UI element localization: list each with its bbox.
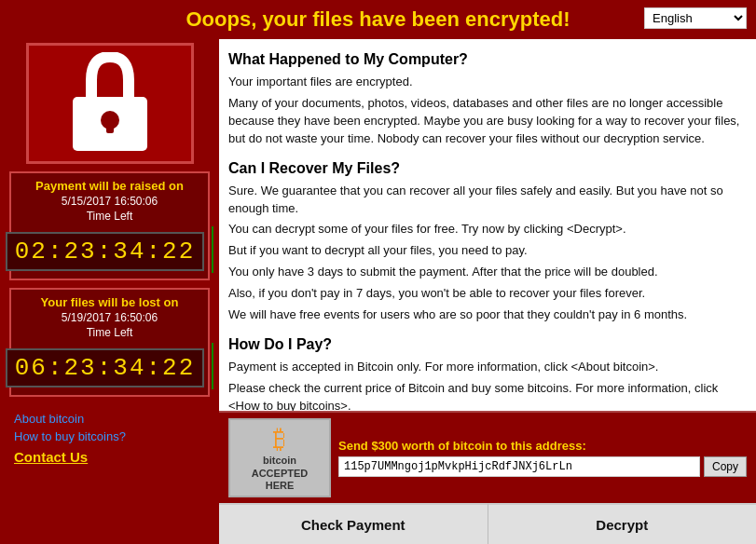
bitcoin-logo: ₿ bitcoinACCEPTED HERE	[228, 418, 331, 497]
section2-p3: But if you want to decrypt all your file…	[228, 242, 743, 260]
check-payment-button[interactable]: Check Payment	[219, 503, 488, 544]
timer-box-2: Your files will be lost on 5/19/2017 16:…	[9, 288, 210, 397]
bitcoin-address-input[interactable]	[338, 456, 700, 477]
contact-us-link[interactable]: Contact Us	[14, 449, 210, 465]
section3-p1: Payment is accepted in Bitcoin only. For…	[228, 359, 743, 376]
content-area[interactable]: What Happened to My Computer? Your impor…	[219, 39, 756, 411]
header: Ooops, your files have been encrypted! E…	[0, 0, 756, 39]
section1-title: What Happened to My Computer?	[228, 48, 743, 70]
timer-box-1: Payment will be raised on 5/15/2017 16:5…	[9, 171, 210, 280]
bottom-buttons: Check Payment Decrypt	[219, 503, 756, 544]
bitcoin-icon: ₿	[273, 424, 286, 455]
section2-p1: Sure. We guarantee that you can recover …	[228, 183, 743, 218]
section3-p2: Please check the current price of Bitcoi…	[228, 380, 743, 412]
timer1-label: Time Left	[19, 210, 200, 223]
section2-p2: You can decrypt some of your files for f…	[228, 221, 743, 238]
section1-p1: Your important files are encrypted.	[228, 74, 743, 91]
timer2-date: 5/19/2017 16:50:06	[19, 311, 200, 324]
timer2-label: Time Left	[19, 326, 200, 339]
section2-title: Can I Recover My Files?	[228, 157, 743, 179]
timer1-title: Payment will be raised on	[19, 179, 200, 193]
address-row: Copy	[338, 456, 747, 477]
section1-p2: Many of your documents, photos, videos, …	[228, 95, 743, 148]
language-select[interactable]: English Spanish French German Chinese Ru…	[644, 7, 747, 29]
section2-p4: You only have 3 days to submit the payme…	[228, 264, 743, 281]
bitcoin-footer: ₿ bitcoinACCEPTED HERE Send $300 worth o…	[219, 411, 756, 503]
timer2-bar	[212, 343, 213, 389]
timer2-display: 06:23:34:22	[6, 348, 205, 388]
timer2-title: Your files will be lost on	[19, 295, 200, 309]
svg-rect-2	[106, 120, 114, 133]
how-to-buy-link[interactable]: How to buy bitcoins?	[14, 429, 210, 443]
bitcoin-logo-text: bitcoinACCEPTED HERE	[238, 455, 322, 492]
right-panel: What Happened to My Computer? Your impor…	[219, 39, 756, 544]
language-selector-wrap[interactable]: English Spanish French German Chinese Ru…	[644, 7, 747, 29]
timer1-date: 5/15/2017 16:50:06	[19, 195, 200, 208]
left-panel: Payment will be raised on 5/15/2017 16:5…	[0, 39, 219, 544]
about-bitcoin-link[interactable]: About bitcoin	[14, 412, 210, 426]
send-label: Send $300 worth of bitcoin to this addre…	[338, 439, 747, 453]
section3-title: How Do I Pay?	[228, 333, 743, 355]
timer1-display: 02:23:34:22	[6, 232, 205, 271]
main-area: Payment will be raised on 5/15/2017 16:5…	[0, 39, 756, 544]
section2-p6: We will have free events for users who a…	[228, 306, 743, 324]
padlock-icon	[63, 52, 157, 155]
section2-p5: Also, if you don't pay in 7 days, you wo…	[228, 285, 743, 303]
links-area: About bitcoin How to buy bitcoins? Conta…	[9, 412, 210, 469]
header-title: Ooops, your files have been encrypted!	[186, 7, 570, 32]
timer1-bar	[212, 226, 213, 273]
bitcoin-right-area: Send $300 worth of bitcoin to this addre…	[338, 439, 747, 477]
decrypt-button[interactable]: Decrypt	[488, 503, 757, 544]
padlock-area	[26, 43, 194, 164]
copy-button[interactable]: Copy	[704, 456, 747, 477]
